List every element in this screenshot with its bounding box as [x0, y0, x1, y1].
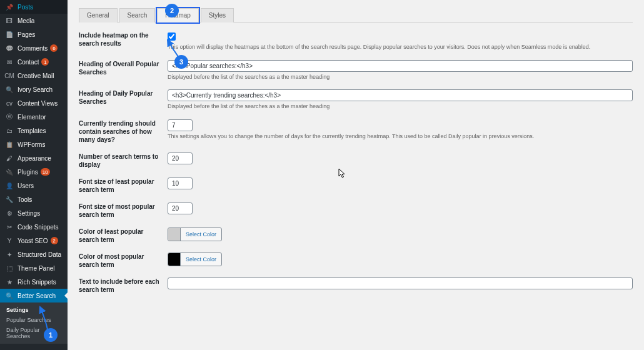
menu-label: Better Search — [18, 292, 56, 299]
text-before-input[interactable] — [168, 278, 633, 289]
sidebar-item-theme-panel[interactable]: ⬚Theme Panel — [0, 261, 68, 275]
menu-label: WPForms — [18, 141, 45, 148]
menu-icon: ✂ — [5, 222, 14, 231]
menu-label: Yoast SEO — [18, 238, 48, 244]
menu-label: Content Views — [18, 100, 58, 107]
menu-label: Templates — [18, 128, 46, 134]
desc-heading-overall: Displayed before the list of the searche… — [168, 74, 633, 81]
sidebar-item-creative-mail[interactable]: CMCreative Mail — [0, 69, 68, 82]
label-font-most: Font size of most popular search term — [79, 202, 168, 219]
menu-label: Comments — [18, 45, 48, 52]
menu-icon: ⚙ — [5, 209, 14, 218]
sidebar-item-templates[interactable]: 🗂Templates — [0, 124, 68, 138]
menu-icon: Y — [5, 236, 14, 245]
tab-heatmap[interactable]: Heatmap — [157, 8, 199, 22]
sidebar-item-contact[interactable]: ✉Contact1 — [0, 55, 68, 69]
heading-daily-input[interactable] — [168, 89, 633, 101]
menu-label: Rich Snippets — [18, 279, 56, 286]
menu-icon: 🔍 — [5, 85, 14, 94]
submenu-popular[interactable]: Popular Searches — [0, 315, 68, 325]
menu-label: Contact — [18, 59, 39, 66]
menu-label: Appearance — [18, 155, 51, 162]
menu-icon: 💬 — [5, 44, 14, 52]
menu-label: Posts — [18, 4, 33, 11]
tab-general[interactable]: General — [79, 8, 118, 22]
menu-icon: 🔌 — [5, 168, 14, 176]
sidebar-item-pages[interactable]: 📄Pages — [0, 28, 68, 41]
menu-icon: ⬚ — [5, 264, 14, 272]
menu-label: Tools — [18, 196, 32, 203]
menu-label: Creative Mail — [18, 72, 54, 79]
submenu-title[interactable]: Settings — [0, 305, 68, 315]
menu-badge: 10 — [41, 168, 50, 176]
sidebar-item-users[interactable]: 👤Users — [0, 179, 68, 192]
color-most-button[interactable]: Select Color — [168, 252, 222, 266]
menu-icon: ⓔ — [5, 112, 14, 121]
label-color-most: Color of most popular search term — [79, 252, 168, 269]
menu-icon: 🔧 — [5, 195, 14, 204]
label-trending-days: Currently trending should contain search… — [79, 119, 168, 144]
tab-search[interactable]: Search — [119, 8, 156, 22]
sidebar-item-content-views[interactable]: cvContent Views — [0, 96, 68, 110]
menu-icon: 🎞 — [5, 16, 14, 25]
menu-icon: cv — [5, 99, 14, 108]
color-most-swatch — [168, 253, 181, 266]
desc-trending-days: This settings allows you to change the n… — [168, 133, 633, 141]
label-heading-daily: Heading of Daily Popular Searches — [79, 89, 168, 111]
menu-label: Settings — [18, 210, 40, 217]
menu-icon: 🖌 — [5, 154, 14, 162]
include-heatmap-checkbox[interactable] — [168, 32, 176, 41]
menu-icon: ✦ — [5, 250, 14, 259]
sidebar-item-posts[interactable]: 📌Posts — [0, 0, 68, 14]
menu-badge: 2 — [51, 237, 58, 244]
menu-icon: ★ — [5, 278, 14, 286]
font-least-input[interactable] — [168, 178, 193, 189]
label-include-heatmap: Include heatmap on the search results — [79, 31, 168, 51]
sidebar-item-media[interactable]: 🎞Media — [0, 14, 68, 28]
tab-styles[interactable]: Styles — [201, 8, 234, 22]
menu-icon: 👤 — [5, 181, 14, 190]
menu-label: Code Snippets — [18, 224, 59, 231]
label-font-least: Font size of least popular search term — [79, 178, 168, 194]
color-least-swatch — [168, 228, 181, 241]
label-num-terms: Number of search terms to display — [79, 152, 168, 169]
admin-sidebar: 📌Posts🎞Media📄Pages💬Comments6✉Contact1CMC… — [0, 0, 68, 350]
label-color-least: Color of least popular search term — [79, 228, 168, 244]
menu-label: Pages — [18, 31, 35, 38]
menu-label: Elementor — [18, 114, 46, 121]
sidebar-item-yoast-seo[interactable]: YYoast SEO2 — [0, 234, 68, 248]
sidebar-item-settings[interactable]: ⚙Settings — [0, 206, 68, 220]
color-least-btn-label: Select Color — [181, 231, 221, 238]
menu-icon: 🗂 — [5, 126, 14, 135]
sidebar-item-appearance[interactable]: 🖌Appearance — [0, 151, 68, 165]
heading-overall-input[interactable] — [168, 60, 633, 72]
menu-icon: CM — [5, 71, 14, 80]
sidebar-item-comments[interactable]: 💬Comments6 — [0, 41, 68, 55]
num-terms-input[interactable] — [168, 152, 193, 164]
label-text-before: Text to include before each search term — [79, 278, 168, 294]
sidebar-item-tools[interactable]: 🔧Tools — [0, 192, 68, 206]
sidebar-item-wpforms[interactable]: 📋WPForms — [0, 138, 68, 151]
menu-label: Users — [18, 182, 34, 189]
menu-badge: 6 — [50, 44, 58, 52]
trending-days-input[interactable] — [168, 119, 193, 131]
menu-label: Structured Data — [18, 251, 61, 258]
desc-heading-daily: Displayed before the list of the searche… — [168, 103, 633, 111]
sidebar-item-plugins[interactable]: 🔌Plugins10 — [0, 165, 68, 179]
color-least-button[interactable]: Select Color — [168, 228, 222, 241]
sidebar-item-code-snippets[interactable]: ✂Code Snippets — [0, 220, 68, 234]
submenu: Settings Popular Searches Daily Popular … — [0, 302, 68, 344]
sidebar-item-rich-snippets[interactable]: ★Rich Snippets — [0, 275, 68, 289]
menu-badge: 1 — [41, 58, 49, 66]
sidebar-item-ivory-search[interactable]: 🔍Ivory Search — [0, 82, 68, 96]
menu-label: Theme Panel — [18, 265, 54, 272]
desc-include-heatmap: This option will display the heatmaps at… — [168, 44, 633, 51]
font-most-input[interactable] — [168, 202, 193, 214]
sidebar-item-elementor[interactable]: ⓔElementor — [0, 110, 68, 124]
label-heading-overall: Heading of Overall Popular Searches — [79, 60, 168, 81]
menu-icon: 📋 — [5, 140, 14, 149]
submenu-daily[interactable]: Daily Popular Searches — [0, 325, 68, 341]
color-most-btn-label: Select Color — [181, 256, 221, 262]
sidebar-item-better-search[interactable]: 🔍Better Search — [0, 289, 68, 302]
sidebar-item-structured-data[interactable]: ✦Structured Data — [0, 248, 68, 261]
